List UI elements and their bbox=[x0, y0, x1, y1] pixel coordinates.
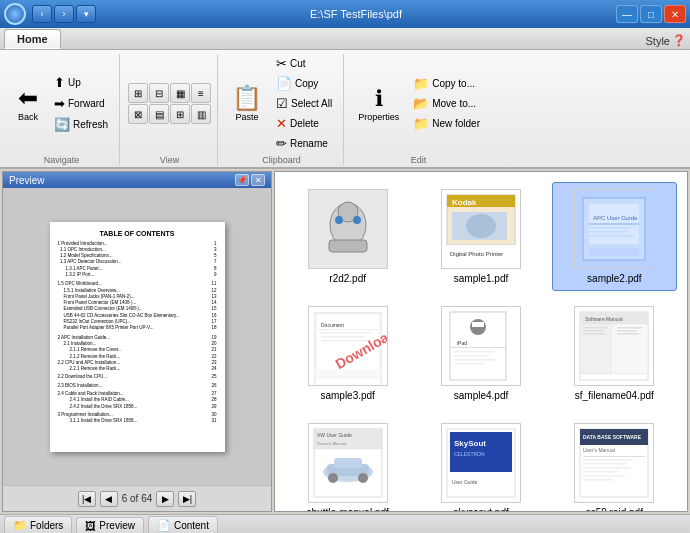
move-to-button[interactable]: 📂 Move to... bbox=[408, 94, 485, 113]
svg-rect-83 bbox=[583, 479, 613, 481]
view-icon-3[interactable]: ▦ bbox=[170, 83, 190, 103]
style-help-icon: ❓ bbox=[672, 34, 686, 47]
file-thumb-ss59: DATA BASE SOFTWARE User's Manual bbox=[574, 423, 654, 503]
title-forward-btn[interactable]: › bbox=[54, 5, 74, 23]
view-icon-2[interactable]: ⊟ bbox=[149, 83, 169, 103]
paste-button[interactable]: 📋 Paste bbox=[226, 82, 268, 126]
file-name-sample3: sample3.pdf bbox=[320, 390, 374, 401]
file-thumb-r2d2 bbox=[308, 189, 388, 269]
move-to-icon: 📂 bbox=[413, 96, 429, 111]
back-button[interactable]: ⬅ Back bbox=[10, 82, 46, 126]
copy-to-button[interactable]: 📁 Copy to... bbox=[408, 74, 485, 93]
preview-first-btn[interactable]: |◀ bbox=[78, 491, 96, 507]
svg-rect-79 bbox=[583, 463, 627, 465]
minimize-button[interactable]: — bbox=[616, 5, 638, 23]
file-item-ss59[interactable]: DATA BASE SOFTWARE User's Manual ss59 ra… bbox=[552, 416, 677, 512]
copy-button[interactable]: 📄 Copy bbox=[271, 74, 337, 93]
svg-point-63 bbox=[328, 473, 338, 483]
svg-rect-27 bbox=[317, 329, 379, 330]
window-controls: — □ ✕ bbox=[616, 5, 686, 23]
tab-folders-label: Folders bbox=[30, 520, 63, 531]
close-button[interactable]: ✕ bbox=[664, 5, 686, 23]
copy-to-icon: 📁 bbox=[413, 76, 429, 91]
view-icon-4[interactable]: ≡ bbox=[191, 83, 211, 103]
style-label: Style bbox=[646, 35, 670, 47]
up-icon: ⬆ bbox=[54, 75, 65, 90]
file-item-sample3[interactable]: Document Download sample3.pdf bbox=[285, 299, 410, 408]
file-item-sf[interactable]: Software Manual sf_filename04.pdf bbox=[552, 299, 677, 408]
clipboard-group: 📋 Paste ✂ Cut 📄 Copy ☑ Select All ✕ bbox=[222, 54, 344, 165]
app-logo bbox=[4, 3, 26, 25]
ribbon-tabs: Home Style ❓ bbox=[0, 28, 690, 50]
rename-button[interactable]: ✏ Rename bbox=[271, 134, 337, 153]
preview-last-btn[interactable]: ▶| bbox=[178, 491, 196, 507]
file-item-shuttle[interactable]: VW User Guide Owner's Manual shuttle-man… bbox=[285, 416, 410, 512]
preview-pin-btn[interactable]: 📌 bbox=[235, 174, 249, 186]
preview-content: TABLE OF CONTENTS 1 Provided Introductio… bbox=[3, 188, 271, 485]
refresh-icon: 🔄 bbox=[54, 117, 70, 132]
file-name-sample4: sample4.pdf bbox=[454, 390, 508, 401]
svg-rect-54 bbox=[617, 333, 639, 335]
preview-close-btn[interactable]: ✕ bbox=[251, 174, 265, 186]
file-name-r2d2: r2d2.pdf bbox=[329, 273, 366, 284]
file-item-skyscout[interactable]: SkySout CELESTRON User Guide skyscout.pd… bbox=[418, 416, 543, 512]
preview-doc-title: TABLE OF CONTENTS bbox=[58, 230, 217, 237]
file-name-sample2: sample2.pdf bbox=[587, 273, 641, 284]
delete-button[interactable]: ✕ Delete bbox=[271, 114, 337, 133]
tab-preview[interactable]: 🖼 Preview bbox=[76, 517, 144, 534]
svg-point-64 bbox=[358, 473, 368, 483]
file-item-r2d2[interactable]: r2d2.pdf bbox=[285, 182, 410, 291]
svg-text:Digital Photo Printer: Digital Photo Printer bbox=[450, 251, 503, 257]
tab-folders[interactable]: 📁 Folders bbox=[4, 516, 72, 533]
svg-rect-36 bbox=[472, 322, 484, 327]
forward-button[interactable]: ➡ Forward bbox=[49, 94, 113, 113]
svg-point-5 bbox=[353, 216, 361, 224]
edit-content: ℹ Properties 📁 Copy to... 📂 Move to... 📁… bbox=[352, 54, 485, 153]
new-folder-button[interactable]: 📁 New folder bbox=[408, 114, 485, 133]
preview-next-btn[interactable]: ▶ bbox=[156, 491, 174, 507]
file-item-sample4[interactable]: iPad sample4.pdf bbox=[418, 299, 543, 408]
view-icon-6[interactable]: ▤ bbox=[149, 104, 169, 124]
view-icon-8[interactable]: ▥ bbox=[191, 104, 211, 124]
tab-content[interactable]: 📄 Content bbox=[148, 516, 218, 533]
rename-icon: ✏ bbox=[276, 136, 287, 151]
title-back-btn[interactable]: ‹ bbox=[32, 5, 52, 23]
svg-rect-51 bbox=[583, 333, 605, 335]
file-thumb-shuttle: VW User Guide Owner's Manual bbox=[308, 423, 388, 503]
view-icon-1[interactable]: ⊞ bbox=[128, 83, 148, 103]
view-icon-7[interactable]: ⊞ bbox=[170, 104, 190, 124]
svg-text:iPad: iPad bbox=[457, 340, 467, 346]
properties-button[interactable]: ℹ Properties bbox=[352, 82, 405, 126]
title-dropdown-btn[interactable]: ▾ bbox=[76, 5, 96, 23]
up-button[interactable]: ⬆ Up bbox=[49, 73, 113, 92]
file-thumb-sample4: iPad bbox=[441, 306, 521, 386]
content-icon: 📄 bbox=[157, 519, 171, 532]
file-item-sample2[interactable]: APC User Guide sample2.pdf bbox=[552, 182, 677, 291]
maximize-button[interactable]: □ bbox=[640, 5, 662, 23]
svg-rect-3 bbox=[329, 240, 367, 252]
view-content: ⊞ ⊟ ▦ ≡ ⊠ ▤ ⊞ ▥ bbox=[128, 54, 211, 153]
svg-text:APC User Guide: APC User Guide bbox=[593, 215, 638, 221]
style-button[interactable]: Style ❓ bbox=[646, 34, 686, 47]
file-thumb-sample3: Document Download bbox=[308, 306, 388, 386]
svg-rect-20 bbox=[589, 227, 631, 229]
svg-rect-81 bbox=[583, 471, 618, 473]
select-all-button[interactable]: ☑ Select All bbox=[271, 94, 337, 113]
ribbon: ⬅ Back ⬆ Up ➡ Forward 🔄 Refresh Navigate bbox=[0, 50, 690, 169]
svg-rect-50 bbox=[583, 330, 603, 332]
view-group: ⊞ ⊟ ▦ ≡ ⊠ ▤ ⊞ ▥ View bbox=[124, 54, 218, 165]
svg-rect-21 bbox=[589, 231, 627, 233]
view-icon-5[interactable]: ⊠ bbox=[128, 104, 148, 124]
edit-small-buttons: 📁 Copy to... 📂 Move to... 📁 New folder bbox=[408, 74, 485, 133]
svg-text:Kodak: Kodak bbox=[452, 198, 477, 207]
svg-rect-32 bbox=[315, 369, 381, 379]
preview-footer: |◀ ◀ 6 of 64 ▶ ▶| bbox=[3, 485, 271, 511]
refresh-button[interactable]: 🔄 Refresh bbox=[49, 115, 113, 134]
tab-home[interactable]: Home bbox=[4, 29, 61, 49]
file-item-sample1[interactable]: Kodak Digital Photo Printer sample1.pdf bbox=[418, 182, 543, 291]
select-all-icon: ☑ bbox=[276, 96, 288, 111]
cut-button[interactable]: ✂ Cut bbox=[271, 54, 337, 73]
properties-icon: ℹ bbox=[375, 86, 383, 112]
preview-prev-btn[interactable]: ◀ bbox=[100, 491, 118, 507]
svg-rect-17 bbox=[589, 248, 639, 256]
